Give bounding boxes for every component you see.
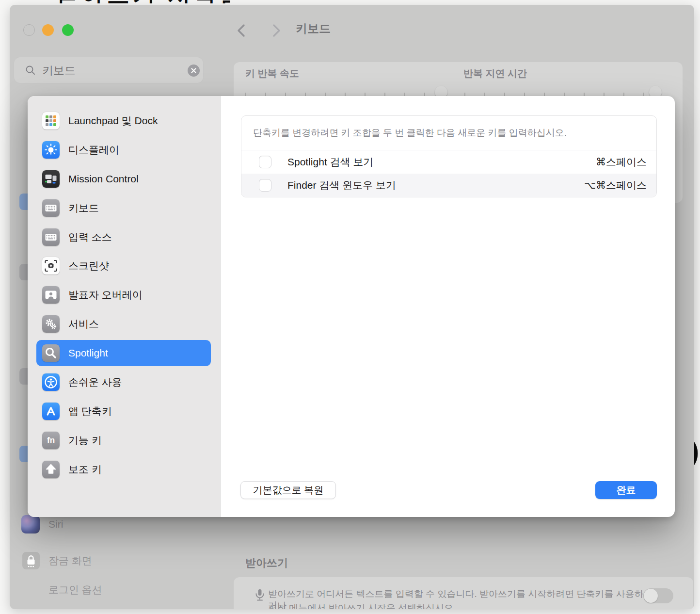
accessibility-icon: [42, 373, 60, 391]
slider-tick: [544, 93, 545, 96]
restore-defaults-button[interactable]: 기본값으로 복원: [240, 481, 336, 499]
sidebar-item-input-sources[interactable]: 입력 소스: [36, 224, 211, 250]
search-icon: [25, 65, 36, 78]
screen: 받아쓰기 시작을 선택 ) 키보드 키보드 키 반복 속도 반복 지연 시간: [0, 0, 700, 614]
lock-icon: [22, 552, 40, 569]
slider-tick: [345, 93, 346, 96]
slider-tick: [604, 93, 605, 96]
dictation-title: 받아쓰기: [245, 556, 288, 570]
fn-icon: fn: [42, 432, 60, 449]
sidebar-item-mission-control[interactable]: Mission Control: [36, 166, 211, 192]
keyboard-icon: [42, 199, 60, 217]
slider-tick: [384, 93, 385, 96]
sidebar-item-display[interactable]: 디스플레이: [36, 137, 211, 163]
shortcuts-sidebar: Launchpad 및 Dock 디스플레이 Mission Control 키…: [28, 96, 221, 517]
dictation-description: 편집 메뉴에서 받아쓰기 시작을 선택하십시오.: [268, 602, 651, 609]
zoom-button[interactable]: [62, 24, 74, 36]
sidebar-item-screenshot[interactable]: 스크린샷: [36, 253, 211, 279]
modifier-keys-icon: [42, 461, 60, 478]
clear-search-icon[interactable]: [188, 65, 200, 77]
sidebar-item-function-keys[interactable]: fn 기능 키: [36, 427, 211, 453]
search-value: 키보드: [42, 57, 76, 84]
page-title: 키보드: [296, 21, 331, 36]
input-sources-icon: [42, 228, 60, 246]
slider-tick: [424, 93, 425, 96]
checkbox[interactable]: [259, 179, 271, 192]
services-icon: [42, 315, 60, 333]
slider-tick: [564, 93, 565, 96]
slider-tick: [305, 93, 306, 96]
sidebar-item-modifier-keys[interactable]: 보조 키: [36, 456, 211, 483]
microphone-icon: [251, 587, 269, 606]
sidebar-item-services[interactable]: 서비스: [36, 311, 211, 337]
slider-tick: [643, 93, 644, 96]
launchpad-icon: [42, 112, 60, 129]
close-button[interactable]: [23, 24, 35, 36]
hidden-sidebar-icon: [19, 264, 28, 280]
app-shortcuts-icon: [42, 403, 60, 420]
sidebar-item-accessibility[interactable]: 손쉬운 사용: [36, 369, 211, 395]
checkbox[interactable]: [259, 156, 271, 168]
search-field[interactable]: 키보드: [14, 57, 204, 83]
slider-tick: [245, 93, 246, 96]
mission-control-icon: [42, 170, 60, 188]
forward-chevron-icon[interactable]: [268, 22, 284, 41]
shortcut-keys[interactable]: ⌘스페이스: [596, 155, 647, 169]
siri-icon: [21, 515, 40, 533]
sidebar-item-app-shortcuts[interactable]: 앱 단축키: [36, 398, 211, 424]
hidden-sidebar-icon: [19, 368, 28, 385]
spotlight-icon: [42, 344, 60, 362]
instruction-text: 단축키를 변경하려면 키 조합을 두 번 클릭한 다음 새로운 키를 입력하십시…: [241, 116, 656, 150]
hidden-sidebar-icon: [19, 446, 28, 462]
slider-tick: [325, 93, 326, 96]
presenter-overlay-icon: [42, 286, 60, 304]
slider-tick: [464, 93, 465, 96]
slider-tick: [285, 93, 286, 96]
slider-tick: [404, 93, 405, 96]
sidebar-item-presenter-overlay[interactable]: 발표자 오버레이: [36, 282, 211, 308]
minimize-button[interactable]: [42, 24, 54, 36]
slider-tick: [524, 93, 525, 96]
slider-tick: [504, 93, 505, 96]
sidebar-item-launchpad-dock[interactable]: Launchpad 및 Dock: [36, 108, 211, 134]
slider-tick: [484, 93, 485, 96]
done-button[interactable]: 완료: [595, 481, 657, 499]
slider-tick: [265, 93, 266, 96]
sidebar-item-spotlight[interactable]: Spotlight: [36, 340, 211, 366]
clipped-desktop-text: 받아쓰기 시작을 선택: [56, 0, 230, 3]
screenshot-icon: [42, 257, 60, 275]
repeat-delay-label: 반복 지연 시간: [463, 67, 527, 80]
hidden-sidebar-icon: [19, 194, 28, 210]
divider: [221, 461, 675, 461]
slider-tick: [584, 93, 585, 96]
shortcut-keys[interactable]: ⌥⌘스페이스: [584, 178, 647, 192]
sidebar-item-keyboard[interactable]: 키보드: [36, 195, 211, 221]
shortcuts-panel: 단축키를 변경하려면 키 조합을 두 번 클릭한 다음 새로운 키를 입력하십시…: [241, 115, 657, 197]
shortcut-row-finder-search[interactable]: Finder 검색 윈도우 보기 ⌥⌘스페이스: [241, 174, 656, 197]
keyboard-shortcuts-sheet: Launchpad 및 Dock 디스플레이 Mission Control 키…: [28, 96, 675, 517]
dictation-toggle[interactable]: [643, 588, 673, 603]
toggle-knob: [644, 589, 658, 603]
sidebar-item-login-options[interactable]: 로그인 옵션: [48, 583, 102, 597]
shortcut-row-spotlight-search[interactable]: Spotlight 검색 보기 ⌘스페이스: [241, 150, 656, 174]
slider-tick: [623, 93, 624, 96]
display-icon: [42, 141, 60, 159]
slider-tick: [365, 93, 366, 96]
sidebar-item-lock-screen[interactable]: 잠금 화면: [22, 552, 92, 569]
key-repeat-label: 키 반복 속도: [245, 67, 299, 80]
sidebar-item-siri[interactable]: Siri: [21, 515, 63, 533]
back-chevron-icon[interactable]: [234, 22, 250, 41]
